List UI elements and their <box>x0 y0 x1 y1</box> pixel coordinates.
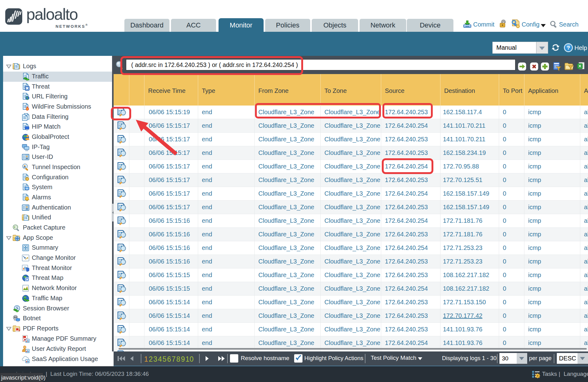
svg-text:?: ? <box>567 45 570 51</box>
svg-text:PDF: PDF <box>16 329 20 331</box>
